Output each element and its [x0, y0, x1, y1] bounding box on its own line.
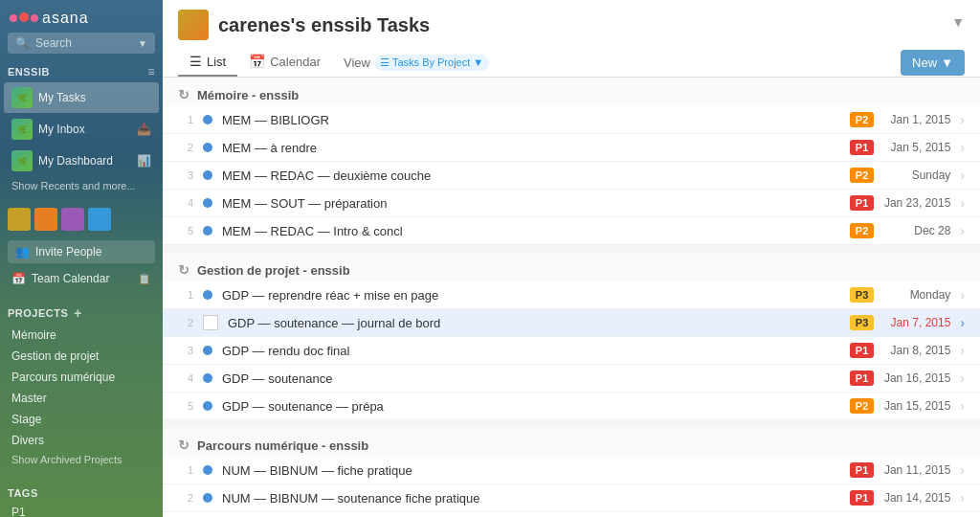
refresh-icon-parcours[interactable]: ↻	[178, 438, 189, 453]
search-bar[interactable]: 🔍 ▼	[8, 33, 155, 54]
task-row[interactable]: 4 GDP — soutenance P1 Jan 16, 2015 ›	[163, 365, 980, 393]
task-row[interactable]: 2 GDP — soutenance — journal de bord P3 …	[163, 309, 980, 337]
team-avatar-1	[8, 208, 31, 231]
project-avatar-img	[178, 10, 209, 40]
tab-calendar-label: Calendar	[270, 55, 321, 69]
tag-p1[interactable]: P1	[0, 503, 163, 517]
task-date: Jan 14, 2015	[883, 491, 950, 505]
new-button[interactable]: New ▼	[901, 50, 965, 76]
task-dot	[203, 401, 212, 411]
section-parcours: ↻ Parcours numérique - enssib 1 NUM — BI…	[163, 428, 980, 517]
sidebar-item-stage[interactable]: Stage	[0, 409, 163, 430]
task-row[interactable]: 5 GDP — soutenance — prépa P2 Jan 15, 20…	[163, 393, 980, 420]
chevron-right-icon: ›	[960, 112, 965, 127]
task-row[interactable]: 4 MEM — SOUT — préparation P1 Jan 23, 20…	[163, 190, 980, 217]
list-icon: ☰	[189, 54, 202, 69]
chevron-right-icon: ›	[960, 287, 965, 303]
task-row[interactable]: 1 NUM — BIBNUM — fiche pratique P1 Jan 1…	[163, 457, 980, 484]
tab-calendar[interactable]: 📅 Calendar	[237, 48, 332, 77]
projects-label: PROJECTS	[8, 307, 68, 319]
task-row[interactable]: 1 GDP — reprendre réac + mise en page P3…	[163, 281, 980, 309]
priority-badge: P3	[850, 315, 874, 330]
team-avatar-3	[61, 208, 84, 231]
priority-badge: P1	[850, 371, 874, 386]
sidebar-item-parcours-numerique[interactable]: Parcours numérique	[0, 367, 163, 388]
section-gestion: ↻ Gestion de projet - enssib 1 GDP — rep…	[163, 253, 980, 420]
task-dot	[203, 198, 212, 208]
view-value: Tasks By Project	[392, 56, 470, 68]
task-row[interactable]: 3 (NUM — META — évaluation QCM) P4 Jan 1…	[163, 512, 980, 517]
task-name: MEM — BIBLIOGR	[222, 113, 840, 127]
sidebar-item-master[interactable]: Master	[0, 388, 163, 409]
team-avatars-row	[0, 202, 163, 236]
priority-badge: P1	[850, 195, 874, 211]
my-inbox-avatar: 🌿	[11, 119, 33, 140]
row-number: 1	[178, 289, 193, 301]
invite-people-button[interactable]: 👥 Invite People	[8, 240, 155, 263]
chevron-right-icon: ›	[960, 371, 965, 386]
projects-section: PROJECTS + Mémoire Gestion de projet Par…	[0, 298, 163, 472]
main-tabs: ☰ List 📅 Calendar View ☰ Tasks By Projec…	[178, 48, 501, 77]
sidebar-item-memoire[interactable]: Mémoire	[0, 325, 163, 346]
task-name: NUM — BIBNUM — fiche pratique	[222, 463, 840, 478]
add-project-button[interactable]: +	[74, 305, 82, 321]
task-row[interactable]: 1 MEM — BIBLIOGR P2 Jan 1, 2015 ›	[163, 106, 980, 134]
refresh-icon-memoire[interactable]: ↻	[178, 87, 189, 102]
task-row[interactable]: 2 NUM — BIBNUM — soutenance fiche pratiq…	[163, 484, 980, 512]
chevron-right-icon: ›	[960, 490, 965, 506]
task-date: Jan 16, 2015	[883, 371, 950, 385]
sidebar-item-divers[interactable]: Divers	[0, 430, 163, 451]
collapse-icon[interactable]: ≡	[147, 65, 155, 79]
search-dropdown-icon[interactable]: ▼	[138, 38, 147, 49]
view-icon: ☰	[380, 56, 390, 69]
search-icon: 🔍	[15, 36, 30, 50]
show-recents-link[interactable]: Show Recents and more...	[0, 177, 163, 194]
sidebar-item-gestion-projet[interactable]: Gestion de projet	[0, 346, 163, 367]
sidebar-item-my-inbox[interactable]: 🌿 My Inbox 📥	[4, 114, 159, 145]
chevron-right-icon: ›	[960, 195, 965, 211]
sidebar-item-team-calendar[interactable]: 📅 Team Calendar 📋	[4, 267, 159, 290]
view-selector[interactable]: View ☰ Tasks By Project ▼	[332, 49, 501, 77]
main-header: carenes's enssib Tasks ▼ ☰ List 📅 Calend…	[163, 0, 980, 78]
logo-circle-2	[19, 12, 29, 22]
logo-circle-3	[31, 14, 38, 22]
project-avatar	[178, 10, 209, 40]
section-title-parcours: Parcours numérique - enssib	[197, 438, 368, 453]
tab-list[interactable]: ☰ List	[178, 48, 237, 77]
priority-badge: P2	[850, 398, 874, 414]
task-row[interactable]: 3 GDP — rendu doc final P1 Jan 8, 2015 ›	[163, 337, 980, 365]
chevron-right-icon: ›	[960, 140, 965, 155]
task-name: GDP — soutenance — prépa	[222, 399, 840, 414]
section-memoire: ↻ Mémoire - enssib 1 MEM — BIBLIOGR P2 J…	[163, 78, 980, 245]
sidebar-item-my-dashboard[interactable]: 🌿 My Dashboard 📊	[4, 146, 159, 176]
row-number: 1	[178, 464, 193, 476]
invite-people-icon: 👥	[15, 245, 30, 258]
page-title: carenes's enssib Tasks	[218, 14, 430, 36]
sidebar-item-my-tasks[interactable]: 🌿 My Tasks	[4, 82, 159, 113]
refresh-icon-gestion[interactable]: ↻	[178, 262, 189, 278]
task-date: Jan 23, 2015	[883, 196, 950, 210]
my-dashboard-label: My Dashboard	[38, 154, 131, 168]
task-date: Jan 11, 2015	[883, 463, 950, 477]
team-avatar-2	[34, 208, 57, 231]
task-dot	[203, 170, 212, 180]
task-row[interactable]: 5 MEM — REDAC — Intro & concl P2 Dec 28 …	[163, 217, 980, 245]
task-row[interactable]: 3 MEM — REDAC — deuxième couche P2 Sunda…	[163, 162, 980, 190]
task-date: Jan 7, 2015	[883, 316, 950, 329]
task-name: NUM — BIBNUM — soutenance fiche pratique	[222, 491, 840, 506]
enssib-header-icons: ≡	[147, 65, 155, 79]
chevron-right-icon: ›	[960, 343, 965, 358]
main-content: carenes's enssib Tasks ▼ ☰ List 📅 Calend…	[163, 0, 980, 517]
priority-badge: P2	[850, 223, 874, 238]
row-number: 2	[178, 492, 193, 504]
task-row[interactable]: 2 MEM — à rendre P1 Jan 5, 2015 ›	[163, 134, 980, 162]
show-archived-link[interactable]: Show Archived Projects	[0, 451, 163, 468]
task-name: GDP — soutenance	[222, 371, 840, 386]
task-checkbox[interactable]	[203, 315, 218, 330]
task-date: Monday	[883, 288, 950, 302]
chevron-right-icon: ›	[960, 462, 965, 478]
search-input[interactable]	[35, 36, 132, 50]
asana-logo-area: asana	[0, 0, 163, 33]
header-dropdown-icon[interactable]: ▼	[951, 14, 965, 30]
view-dropdown-icon: ▼	[473, 56, 483, 68]
